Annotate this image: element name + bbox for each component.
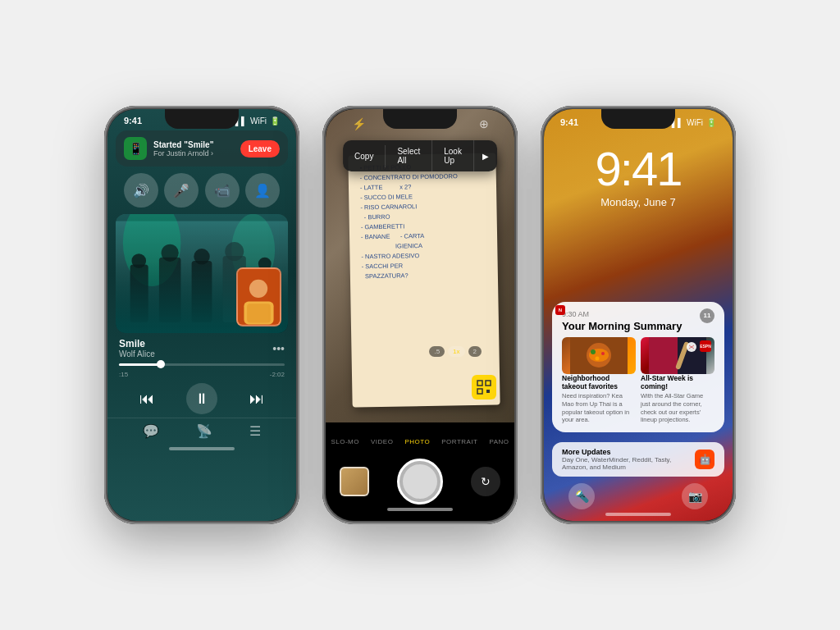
more-options-button[interactable]: ••• (272, 342, 285, 355)
more-menu-item[interactable]: ▶ (474, 145, 497, 167)
rewind-button[interactable]: ⏮ (139, 390, 154, 408)
notification-title: Your Morning Summary (562, 320, 714, 332)
lock-date: Monday, June 7 (544, 196, 733, 208)
zoom-controls: .5 1x 2 (429, 346, 482, 357)
notch-2 (383, 109, 457, 129)
song-details: Smile Wolf Alice (119, 338, 155, 358)
more-updates-title: More Updates (562, 448, 695, 456)
timer-icon[interactable]: ⊕ (479, 117, 489, 130)
more-updates-card[interactable]: More Updates Day One, WaterMinder, Reddi… (552, 442, 724, 477)
call-controls: 🔊 🎤 📹 👤 (121, 173, 283, 208)
phone-1-screen: 9:41 ▌▌▌ WiFi 🔋 📱 Started "Smile" For Ju… (107, 109, 296, 521)
more-updates-body: Day One, WaterMinder, Reddit, Tasty, Ama… (562, 456, 695, 471)
mode-photo[interactable]: PHOTO (404, 438, 430, 445)
food-image (570, 337, 628, 374)
espn-badge: ESPN (700, 340, 711, 352)
shutter-inner (403, 464, 437, 499)
torch-button[interactable]: 🔦 (568, 483, 595, 509)
battery-icon-1: 🔋 (270, 116, 280, 126)
select-all-menu-item[interactable]: Select All (386, 140, 432, 171)
song-artist: Wolf Alice (119, 349, 155, 358)
notification-badge: 11 (700, 308, 714, 323)
facetime-self-view (236, 267, 281, 326)
home-indicator-1 (169, 447, 235, 450)
fast-forward-button[interactable]: ⏭ (249, 390, 264, 408)
song-info: Smile Wolf Alice ••• (107, 333, 296, 360)
camera-viewfinder: • PETTI DI POLLO - CONCENTRATO DI POMODO… (326, 109, 514, 422)
video-button[interactable]: 📹 (205, 173, 240, 208)
lock-time-display: 9:41 (544, 127, 733, 193)
copy-menu-item[interactable]: Copy (343, 145, 386, 167)
leave-button[interactable]: Leave (240, 140, 280, 158)
camera-modes: SLO-MO VIDEO PHOTO PORTRAIT PANO (326, 438, 514, 445)
article-1-title: Neighborhood takeout favorites (562, 374, 636, 390)
mode-pano[interactable]: PANO (490, 438, 509, 445)
article-2[interactable]: ESPN All-Star Week is coming! With the A… (641, 337, 714, 424)
article-1[interactable]: N Neighborhood takeout favorites Need in… (562, 337, 636, 424)
article-2-title: All-Star Week is coming! (641, 374, 714, 390)
phone-2-screen: ⚡ ⊙ ⊕ • PETTI DI POLLO - CONCENTRATO DI … (326, 109, 514, 521)
home-indicator-2 (387, 508, 453, 511)
status-time-1: 9:41 (124, 116, 142, 126)
mode-video[interactable]: VIDEO (371, 438, 393, 445)
svg-point-25 (601, 352, 605, 355)
svg-point-26 (596, 356, 600, 360)
reddit-icon: 🤖 (695, 450, 714, 469)
message-icon[interactable]: 💬 (143, 423, 159, 439)
ocr-icon (476, 379, 492, 395)
facetime-info: 📱 Started "Smile" For Justin Arnold › (124, 137, 213, 160)
battery-icon-3: 🔋 (706, 118, 716, 127)
note-line-12: SPAZZATURA? (362, 270, 486, 282)
volume-button[interactable]: 🔊 (124, 173, 158, 208)
ocr-badge[interactable] (472, 375, 496, 399)
svg-point-24 (591, 349, 596, 354)
mode-slomo[interactable]: SLO-MO (331, 438, 359, 445)
notch-1 (165, 109, 239, 129)
mode-portrait[interactable]: PORTRAIT (441, 438, 477, 445)
lock-time-big: 9:41 (544, 145, 733, 193)
camera-bottom-controls: ↻ (326, 459, 514, 504)
time-elapsed: :15 (119, 371, 128, 378)
article-1-image: N (562, 337, 636, 374)
morning-summary-card[interactable]: 9:30 AM Your Morning Summary 11 (552, 302, 724, 432)
album-art (116, 214, 288, 333)
more-updates-content: More Updates Day One, WaterMinder, Reddi… (562, 448, 695, 471)
svg-point-6 (162, 244, 179, 262)
note-paper: • PETTI DI POLLO - CONCENTRATO DI POMODO… (348, 153, 500, 407)
look-up-menu-item[interactable]: Look Up (432, 140, 474, 171)
lockscreen-status-icons: ▌▌ WiFi 🔋 (672, 117, 716, 127)
zoom-2x[interactable]: 2 (468, 346, 482, 357)
facetime-banner[interactable]: 📱 Started "Smile" For Justin Arnold › Le… (116, 130, 288, 167)
more-updates-icons: 🤖 (695, 450, 714, 469)
lockscreen-bottom-controls: 🔦 📷 (544, 483, 733, 509)
self-view-content (238, 267, 280, 326)
list-icon[interactable]: ☰ (249, 423, 261, 439)
camera-lock-button[interactable]: 📷 (682, 483, 708, 509)
facetime-title: Started "Smile" (153, 140, 213, 149)
phones-container: 9:41 ▌▌▌ WiFi 🔋 📱 Started "Smile" For Ju… (88, 89, 752, 541)
home-indicator-3 (605, 513, 671, 516)
zoom-1x[interactable]: 1x (448, 346, 464, 357)
progress-bar[interactable] (119, 363, 285, 366)
phone-1: 9:41 ▌▌▌ WiFi 🔋 📱 Started "Smile" For Ju… (104, 106, 299, 524)
zoom-half[interactable]: .5 (429, 346, 445, 357)
flash-icon[interactable]: ⚡ (352, 117, 366, 130)
phone-2-inner: ⚡ ⊙ ⊕ • PETTI DI POLLO - CONCENTRATO DI … (326, 109, 514, 521)
facetime-icon: 📱 (124, 137, 147, 160)
person-button[interactable]: 👤 (245, 173, 280, 208)
shutter-button[interactable] (397, 459, 443, 504)
progress-scrubber[interactable] (157, 360, 165, 368)
phone-1-inner: 9:41 ▌▌▌ WiFi 🔋 📱 Started "Smile" For Ju… (107, 109, 296, 521)
pause-button[interactable]: ⏸ (186, 383, 217, 414)
gallery-thumbnail[interactable] (340, 467, 369, 496)
wifi-icon-1: WiFi (250, 116, 267, 126)
mic-button[interactable]: 🎤 (164, 173, 199, 208)
flip-camera-button[interactable]: ↻ (471, 467, 500, 496)
phone-3-inner: 9:41 ▌▌ WiFi 🔋 9:41 Monday, June 7 (544, 109, 733, 521)
phone-2: ⚡ ⊙ ⊕ • PETTI DI POLLO - CONCENTRATO DI … (322, 106, 518, 524)
time-remaining: -2:02 (270, 371, 285, 378)
time-labels: :15 -2:02 (107, 369, 296, 380)
svg-rect-18 (486, 381, 491, 386)
airplay-icon[interactable]: 📡 (196, 423, 212, 439)
svg-rect-16 (247, 304, 271, 322)
